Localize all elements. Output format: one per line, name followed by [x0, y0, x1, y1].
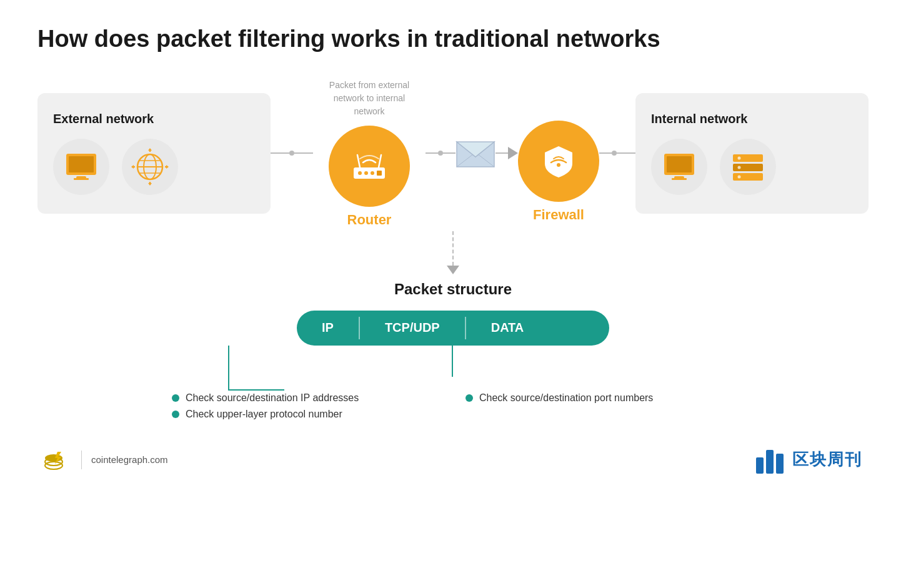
firewall-circle: [518, 121, 599, 202]
tcp-connector-v: [452, 346, 453, 377]
svg-rect-35: [733, 173, 763, 181]
svg-rect-32: [672, 178, 687, 180]
packet-segment-ip: IP: [297, 311, 359, 346]
external-network-inner: External network: [53, 112, 178, 195]
monitor-icon-2: [662, 151, 697, 182]
bullet-ip-1: Check source/destination IP addresses: [172, 392, 453, 404]
arrow-right-icon: [508, 147, 518, 159]
connector-ext-router: [271, 151, 313, 156]
packet-bar: IP TCP/UDP DATA: [297, 311, 609, 346]
firewall-shield-icon: [539, 141, 579, 182]
svg-marker-16: [166, 165, 169, 169]
dot-r1: [438, 151, 443, 156]
server-icon: [729, 149, 767, 184]
router-label: Router: [347, 212, 392, 228]
svg-point-20: [358, 171, 362, 175]
firewall-column: Firewall: [518, 83, 599, 223]
svg-line-19: [379, 155, 381, 167]
svg-rect-43: [756, 457, 764, 474]
internal-network-inner: Internal network: [651, 112, 776, 195]
router-svg-icon: [347, 147, 391, 185]
svg-point-28: [557, 163, 560, 167]
monitor-icon-circle: [53, 139, 109, 195]
svg-rect-3: [74, 178, 89, 180]
footer: cointelegraph.com 区块周刊: [37, 445, 869, 475]
bullets-container: Check source/destination IP addresses Ch…: [172, 346, 734, 420]
external-network-box: External network: [37, 93, 271, 214]
connector-env-fw: [495, 147, 518, 159]
arrow-down-icon: [447, 266, 459, 274]
line-ext: [271, 152, 289, 154]
external-network-title: External network: [53, 112, 154, 126]
svg-rect-44: [766, 450, 774, 474]
dot-ext: [289, 151, 294, 156]
svg-point-38: [738, 176, 741, 179]
envelope-icon: [455, 137, 495, 169]
monitor-icon: [64, 151, 99, 182]
internal-network-title: Internal network: [651, 112, 747, 126]
svg-marker-14: [131, 165, 134, 169]
footer-brand: cointelegraph.com: [91, 454, 168, 465]
svg-rect-1: [69, 156, 94, 172]
envelope-wrap: [455, 137, 495, 169]
right-bullet-group: Check source/destination port numbers: [453, 392, 653, 420]
connector-router-env: [426, 151, 455, 156]
globe-icon: [131, 148, 169, 186]
vertical-connector-section: [447, 231, 459, 274]
svg-marker-10: [148, 148, 152, 151]
zhouukan-logo-icon: [755, 445, 786, 475]
bullet-dot-2: [172, 411, 179, 418]
server-icon-circle: [720, 139, 776, 195]
cointelegraph-logo: [44, 448, 72, 472]
footer-left: cointelegraph.com: [44, 448, 168, 472]
router-circle: [329, 126, 410, 207]
svg-marker-12: [148, 183, 152, 186]
footer-divider: [81, 451, 82, 469]
right-logo-text: 区块周刊: [792, 449, 862, 471]
router-column: Packet from external network to internal…: [313, 79, 426, 228]
monitor-icon-circle-2: [651, 139, 707, 195]
left-bullet-group: Check source/destination IP addresses Ch…: [172, 392, 453, 420]
line-r1: [426, 152, 438, 154]
svg-rect-33: [733, 154, 763, 162]
bullets-row: Check source/destination IP addresses Ch…: [172, 346, 734, 420]
internal-network-box: Internal network: [635, 93, 869, 214]
svg-rect-45: [776, 454, 784, 474]
svg-point-22: [371, 171, 374, 175]
bullet-dot-1: [172, 394, 179, 402]
line-f2: [617, 152, 635, 154]
external-icons-row: [53, 139, 178, 195]
line-r2: [443, 152, 455, 154]
line-ext2: [294, 152, 313, 154]
packet-structure-title: Packet structure: [394, 281, 512, 298]
svg-point-36: [738, 157, 741, 160]
svg-line-18: [357, 155, 360, 167]
dashed-line: [452, 231, 454, 266]
main-container: How does packet filtering works in tradi…: [0, 0, 906, 494]
left-connector-v: [228, 346, 229, 389]
firewall-label: Firewall: [533, 207, 584, 223]
top-row: External network: [37, 79, 869, 228]
bullet-dot-3: [465, 394, 473, 402]
svg-point-21: [364, 171, 368, 175]
svg-point-37: [738, 166, 741, 169]
svg-rect-34: [733, 164, 763, 171]
connector-fw-int: [599, 151, 635, 156]
packet-segment-tcpudp: TCP/UDP: [360, 311, 465, 346]
svg-rect-30: [667, 156, 692, 172]
packet-structure-section: Packet structure IP TCP/UDP DATA: [37, 281, 869, 420]
internal-icons-row: [651, 139, 776, 195]
left-connector-h: [228, 389, 284, 391]
packet-annotation: Packet from external network to internal…: [313, 79, 426, 118]
packet-segment-data: DATA: [466, 311, 549, 346]
bullet-ip-2: Check upper-layer protocol number: [172, 409, 453, 420]
globe-icon-circle: [122, 139, 178, 195]
line-f1: [599, 152, 612, 154]
svg-rect-23: [377, 171, 382, 176]
page-title: How does packet filtering works in tradi…: [37, 25, 869, 54]
bullet-tcp-1: Check source/destination port numbers: [465, 392, 653, 404]
dot-f1: [612, 151, 617, 156]
full-diagram: External network: [37, 79, 869, 475]
right-logo: 区块周刊: [755, 445, 862, 475]
line-e1: [495, 152, 508, 154]
